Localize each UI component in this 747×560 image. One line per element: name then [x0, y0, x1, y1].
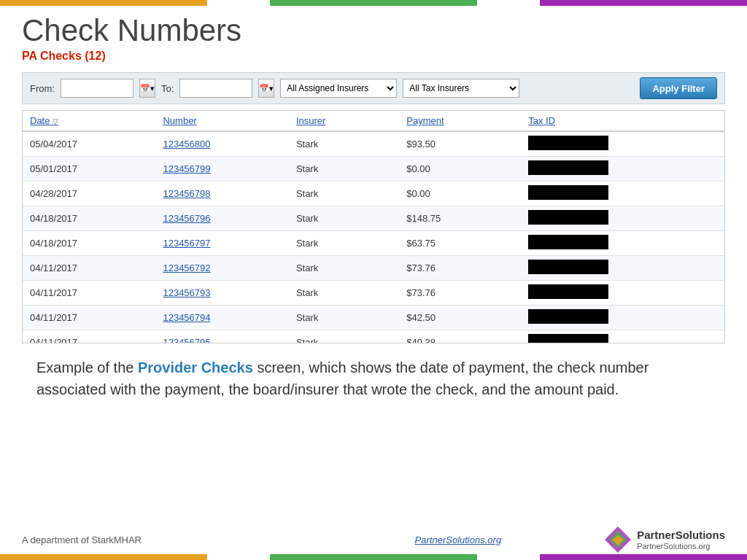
cell-number[interactable]: 123456796 [155, 206, 288, 231]
cell-insurer: Stark [289, 231, 399, 256]
redacted-tax-id [528, 160, 608, 175]
bottom-bar-green [270, 554, 477, 560]
cell-taxid [521, 256, 724, 281]
description-highlight: Provider Checks [138, 359, 253, 376]
cell-taxid [521, 206, 724, 231]
bottom-bar-orange [0, 554, 207, 560]
cell-insurer: Stark [289, 157, 399, 182]
cell-taxid [521, 231, 724, 256]
table-row: 04/11/2017123456795Stark$40.38 [23, 330, 724, 344]
cell-number[interactable]: 123456797 [155, 231, 288, 256]
redacted-tax-id [528, 185, 608, 200]
description-text-before: Example of the [36, 359, 138, 376]
table-row: 05/04/2017123456800Stark$93.50 [23, 131, 724, 157]
cell-number[interactable]: 123456793 [155, 281, 288, 306]
redacted-tax-id [528, 210, 608, 225]
redacted-tax-id [528, 136, 608, 150]
checks-table: Date ▽ Number Insurer Payment Tax ID 05/… [23, 111, 724, 343]
cell-payment: $40.38 [399, 330, 521, 344]
redacted-tax-id [528, 284, 608, 299]
top-bar-purple [540, 0, 747, 6]
table-row: 04/11/2017123456793Stark$73.76 [23, 281, 724, 306]
cell-date: 04/18/2017 [23, 231, 155, 256]
redacted-tax-id [528, 235, 608, 249]
top-bar-gap2 [477, 0, 539, 6]
sort-arrow-date: ▽ [53, 117, 58, 125]
footer-dept: A department of StarkMHAR [22, 534, 313, 545]
cell-date: 04/28/2017 [23, 182, 155, 206]
cell-taxid [521, 131, 724, 157]
bottom-bar-gap1 [207, 554, 269, 560]
cell-insurer: Stark [289, 256, 399, 281]
page-subtitle: PA Checks (12) [22, 50, 725, 63]
col-taxid[interactable]: Tax ID [521, 111, 724, 131]
cell-date: 04/11/2017 [23, 330, 155, 344]
cell-payment: $0.00 [399, 157, 521, 182]
cell-taxid [521, 281, 724, 306]
bottom-bar-purple [540, 554, 747, 560]
cell-payment: $73.76 [399, 281, 521, 306]
cell-insurer: Stark [289, 206, 399, 231]
table-row: 04/28/2017123456798Stark$0.00 [23, 182, 724, 206]
cell-date: 05/01/2017 [23, 157, 155, 182]
to-date-picker-button[interactable]: 📅▾ [258, 79, 274, 98]
cell-date: 04/11/2017 [23, 256, 155, 281]
cell-payment: $148.75 [399, 206, 521, 231]
cell-taxid [521, 306, 724, 330]
cell-payment: $0.00 [399, 182, 521, 206]
page-header: Check Numbers PA Checks (12) [0, 6, 747, 66]
logo-subtext: PartnerSolutions.org [637, 542, 725, 551]
page-footer: A department of StarkMHAR PartnerSolutio… [0, 525, 747, 554]
cell-number[interactable]: 123456800 [155, 131, 288, 157]
cell-taxid [521, 182, 724, 206]
description-section: Example of the Provider Checks screen, w… [0, 343, 747, 408]
col-date[interactable]: Date ▽ [23, 111, 155, 131]
tax-insurer-select[interactable]: All Tax Insurers [403, 79, 519, 98]
bottom-bar-gap2 [477, 554, 539, 560]
filter-bar: From: 📅▾ To: 📅▾ All Assigned Insurers St… [22, 72, 725, 104]
partner-solutions-logo-icon [603, 525, 632, 554]
cell-insurer: Stark [289, 131, 399, 157]
cell-insurer: Stark [289, 281, 399, 306]
cell-number[interactable]: 123456798 [155, 182, 288, 206]
cell-insurer: Stark [289, 182, 399, 206]
from-date-input[interactable] [61, 79, 133, 98]
table-body: 05/04/2017123456800Stark$93.5005/01/2017… [23, 131, 724, 343]
page-title: Check Numbers [22, 13, 725, 48]
col-number[interactable]: Number [155, 111, 288, 131]
cell-payment: $73.76 [399, 256, 521, 281]
table-header-row: Date ▽ Number Insurer Payment Tax ID [23, 111, 724, 131]
redacted-tax-id [528, 260, 608, 274]
insurer-select[interactable]: All Assigned Insurers Stark Hancock [280, 79, 397, 98]
to-label: To: [161, 83, 174, 94]
col-payment[interactable]: Payment [399, 111, 521, 131]
cell-date: 04/18/2017 [23, 206, 155, 231]
cell-number[interactable]: 123456792 [155, 256, 288, 281]
to-date-input[interactable] [179, 79, 252, 98]
cell-taxid [521, 157, 724, 182]
table-row: 04/18/2017123456797Stark$63.75 [23, 231, 724, 256]
cell-number[interactable]: 123456795 [155, 330, 288, 344]
top-bar-orange [0, 0, 207, 6]
footer-url[interactable]: PartnerSolutions.org [313, 534, 604, 545]
table-row: 05/01/2017123456799Stark$0.00 [23, 157, 724, 182]
bottom-color-bar [0, 554, 747, 560]
from-date-picker-button[interactable]: 📅▾ [139, 79, 155, 98]
top-bar-green [270, 0, 477, 6]
footer-url-text: PartnerSolutions.org [415, 534, 502, 545]
table-row: 04/18/2017123456796Stark$148.75 [23, 206, 724, 231]
cell-number[interactable]: 123456799 [155, 157, 288, 182]
top-bar-gap1 [207, 0, 269, 6]
cell-date: 04/11/2017 [23, 306, 155, 330]
cell-payment: $42.50 [399, 306, 521, 330]
redacted-tax-id [528, 309, 608, 324]
footer-logo: PartnerSolutions PartnerSolutions.org [603, 525, 725, 554]
checks-table-container: Date ▽ Number Insurer Payment Tax ID 05/… [22, 110, 725, 343]
cell-number[interactable]: 123456794 [155, 306, 288, 330]
from-label: From: [30, 83, 55, 94]
cell-taxid [521, 330, 724, 344]
apply-filter-button[interactable]: Apply Filter [640, 77, 717, 99]
partner-solutions-logo-text: PartnerSolutions PartnerSolutions.org [637, 529, 725, 551]
col-insurer[interactable]: Insurer [289, 111, 399, 131]
redacted-tax-id [528, 334, 608, 343]
